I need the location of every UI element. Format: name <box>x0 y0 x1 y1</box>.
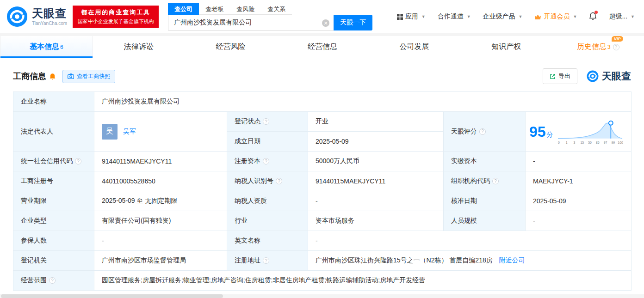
search-tabs: 查公司 查老板 查风险 查关系 <box>168 3 292 15</box>
tab-intellectual-property-label: 知识产权 <box>491 42 521 52</box>
help-icon[interactable]: ? <box>479 128 486 135</box>
snapshot-button-label: 查看工商快照 <box>77 73 110 80</box>
tab-company-development[interactable]: 公司发展 <box>368 36 460 58</box>
watermark-logo-icon <box>587 70 599 82</box>
clear-icon[interactable]: ✕ <box>322 19 329 27</box>
reg-status-value: 开业 <box>308 112 444 132</box>
top-nav: 应用▼ 合作通道▼ 企业级产品▼ 开通会员▼ 超级...▼ <box>397 12 635 22</box>
nav-super-vip[interactable]: 超级...▼ <box>609 12 635 21</box>
tab-legal[interactable]: 法律诉讼 <box>93 36 185 58</box>
field-label: 组织机构代码? <box>444 171 526 191</box>
svg-text:99: 99 <box>611 140 615 144</box>
help-icon[interactable]: ? <box>613 44 619 50</box>
search-input[interactable] <box>168 15 334 30</box>
svg-text:15: 15 <box>580 140 584 144</box>
slogan-badge: 都在用的商业查询工具 国家中小企业发展子基金旗下机构 <box>73 6 159 28</box>
field-label: 企业名称 <box>13 92 94 112</box>
brand-domain: TianYanCha.com <box>32 21 67 26</box>
approval-date-value: 2025-05-09 <box>526 191 632 211</box>
table-row: 参保人数 - 英文名称 - <box>13 231 632 251</box>
table-row: 企业类型 有限责任公司(国有独资) 行业 资本市场服务 人员规模 - <box>13 211 632 231</box>
field-label: 注册资本? <box>227 152 308 171</box>
export-button[interactable]: 导出 <box>543 68 577 84</box>
tab-history-info[interactable]: 历史信息3 VIP ? <box>552 36 644 58</box>
reg-authority-value: 广州市南沙区市场监督管理局 <box>94 251 227 271</box>
reg-address-cell: 广州市南沙区珠江街兴隆路15号之一（N2栋） 首层自编218房 附近公司 <box>308 251 632 271</box>
tab-basic-info-count: 6 <box>60 44 63 50</box>
notification-dot <box>594 11 598 14</box>
score-value[interactable]: 95分 <box>529 124 553 139</box>
help-icon[interactable]: ? <box>276 178 282 184</box>
field-label: 登记状态? <box>227 112 308 132</box>
nav-open-vip[interactable]: 开通会员▼ <box>534 12 577 21</box>
search-tab-relation[interactable]: 查关系 <box>261 3 292 15</box>
nav-enterprise[interactable]: 企业级产品▼ <box>483 12 523 21</box>
svg-text:0: 0 <box>558 140 560 144</box>
nearby-companies-link[interactable]: 附近公司 <box>499 256 525 264</box>
svg-text:50: 50 <box>588 140 592 144</box>
snapshot-button[interactable]: 查看工商快照 <box>62 70 115 83</box>
score-cell: 95分 0 1 3 15 50 85 97 99 100 <box>526 112 632 152</box>
nav-apps[interactable]: 应用▼ <box>397 12 426 21</box>
scrollbar-thumb[interactable] <box>1 294 223 298</box>
svg-text:100: 100 <box>618 140 623 144</box>
chevron-down-icon: ▼ <box>573 14 577 19</box>
export-button-label: 导出 <box>558 72 570 80</box>
field-label: 法定代表人 <box>13 112 94 152</box>
business-term-value: 2025-05-09 至 无固定期限 <box>94 191 227 211</box>
credit-code-value: 91440115MAEKJYCY11 <box>94 152 227 171</box>
field-label: 统一社会信用代码? <box>13 152 94 171</box>
help-icon[interactable]: ? <box>263 257 269 264</box>
table-row: 营业期限 2025-05-09 至 无固定期限 纳税人资质 - 核准日期 202… <box>13 191 632 211</box>
nav-partners[interactable]: 合作通道▼ <box>438 12 471 21</box>
subscribe-bell-icon[interactable] <box>49 73 56 80</box>
vip-badge: VIP <box>612 36 623 42</box>
business-scope-value: 园区管理服务;房屋拆迁服务;物业管理;房地产咨询;住房租赁;非居住房地产租赁;铁… <box>94 271 632 291</box>
help-icon[interactable]: ? <box>263 158 269 164</box>
help-icon[interactable]: ? <box>49 277 56 284</box>
field-label: 登记机关 <box>13 251 94 271</box>
brand-name: 天眼查 <box>32 8 67 19</box>
avatar[interactable]: 吴 <box>102 124 118 140</box>
svg-text:97: 97 <box>603 140 607 144</box>
nav-apps-label: 应用 <box>405 12 418 21</box>
tab-operating-risk[interactable]: 经营风险 <box>185 36 277 58</box>
nav-open-vip-label: 开通会员 <box>544 12 570 21</box>
taxpayer-quality-value: - <box>308 191 444 211</box>
chevron-down-icon: ▼ <box>421 14 426 19</box>
tianyancha-logo[interactable]: 天眼查 TianYanCha.com <box>6 6 67 27</box>
notification-bell[interactable] <box>589 12 597 22</box>
tab-basic-info[interactable]: 基本信息6 <box>0 36 93 58</box>
section-head: 工商信息 查看工商快照 导出 天眼查 <box>0 58 644 91</box>
svg-text:1: 1 <box>565 140 567 144</box>
field-label: 营业期限 <box>13 191 94 211</box>
field-label: 纳税人资质 <box>227 191 308 211</box>
tab-operating-info[interactable]: 经营信息 <box>277 36 369 58</box>
help-icon[interactable]: ? <box>263 118 269 125</box>
nav-super-vip-label: 超级... <box>609 12 627 21</box>
search-button[interactable]: 天眼一下 <box>334 15 372 30</box>
search-area: 查公司 查老板 查风险 查关系 ✕ 天眼一下 <box>168 3 372 30</box>
taxpayer-id-value: 91440115MAEKJYCY11 <box>308 171 444 191</box>
help-icon[interactable]: ? <box>75 158 81 164</box>
watermark-logo: 天眼查 <box>587 70 631 83</box>
horizontal-scrollbar[interactable] <box>0 294 644 298</box>
export-icon <box>550 73 556 79</box>
search-tab-risk[interactable]: 查风险 <box>230 3 261 15</box>
legal-rep-link[interactable]: 吴军 <box>123 128 136 136</box>
industry-value: 资本市场服务 <box>308 211 444 231</box>
svg-text:85: 85 <box>596 140 600 144</box>
english-name-value: - <box>308 231 632 251</box>
field-label: 人员规模 <box>444 211 526 231</box>
tab-basic-info-label: 基本信息 <box>30 42 59 52</box>
tab-intellectual-property[interactable]: 知识产权 <box>460 36 552 58</box>
table-row: 统一社会信用代码? 91440115MAEKJYCY11 注册资本? 50000… <box>13 152 632 171</box>
field-label: 纳税人识别号? <box>227 171 308 191</box>
help-icon[interactable]: ? <box>492 178 499 184</box>
slogan-line1: 都在用的商业查询工具 <box>75 8 156 17</box>
reg-address-value: 广州市南沙区珠江街兴隆路15号之一（N2栋） 首层自编218房 <box>316 256 493 264</box>
crown-icon <box>534 14 541 20</box>
chevron-down-icon: ▼ <box>631 14 635 19</box>
search-tab-company[interactable]: 查公司 <box>168 3 199 15</box>
search-tab-boss[interactable]: 查老板 <box>199 3 230 15</box>
